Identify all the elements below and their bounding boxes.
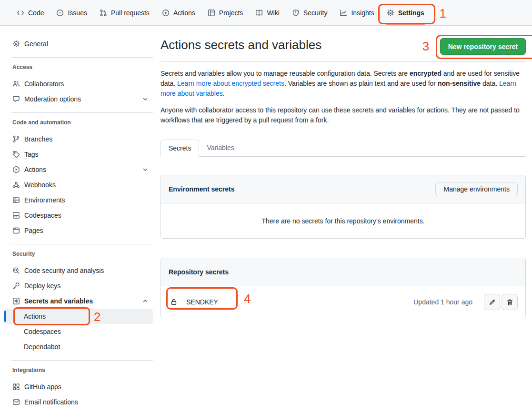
sidebar-subitem-actions[interactable]: Actions 2 — [4, 309, 153, 324]
chevron-down-icon — [141, 166, 149, 173]
sidebar-item-webhooks[interactable]: Webhooks — [4, 177, 153, 192]
sidebar-item-label: Environments — [24, 196, 65, 204]
repository-secrets-title: Repository secrets — [169, 268, 229, 276]
sidebar-item-label: Collaborators — [24, 80, 64, 88]
edit-secret-button[interactable] — [484, 294, 500, 310]
nav-tab-label: Issues — [68, 9, 87, 17]
desc-text: . Variables are shown as plain text and … — [284, 80, 438, 87]
page-title: Actions secrets and variables — [161, 37, 321, 52]
pencil-icon — [489, 299, 496, 306]
codescan-icon — [12, 267, 20, 274]
description-paragraph-1: Secrets and variables allow you to manag… — [161, 69, 526, 99]
play-icon — [12, 166, 20, 173]
sidebar-item-label: Actions — [24, 166, 46, 173]
key-icon — [12, 282, 20, 290]
page-header: Actions secrets and variables New reposi… — [161, 37, 526, 62]
browser-icon — [12, 227, 20, 234]
settings-layout: General Access Collaborators Moderation … — [0, 26, 532, 410]
sidebar-item-github-apps[interactable]: GitHub apps — [4, 379, 153, 394]
desc-bold-encrypted: encrypted — [410, 70, 442, 77]
sidebar-item-label: Actions — [24, 312, 46, 320]
secret-row-sendkey: SENDKEY Updated 1 hour ago 4 — [161, 286, 525, 318]
sidebar-item-label: General — [24, 40, 48, 48]
table-icon — [208, 9, 215, 17]
nav-tab-security[interactable]: Security — [288, 0, 332, 25]
sidebar-item-moderation-options[interactable]: Moderation options — [4, 91, 153, 107]
nav-tab-label: Security — [303, 9, 328, 17]
annotation-number-3: 3 — [422, 40, 429, 52]
chevron-up-icon — [141, 297, 149, 305]
nav-tab-label: Wiki — [267, 9, 279, 17]
sidebar-item-secrets-and-variables[interactable]: Secrets and variables — [4, 293, 153, 309]
sidebar-item-general[interactable]: General — [4, 36, 153, 51]
manage-environments-button[interactable]: Manage environments — [435, 182, 518, 196]
people-icon — [12, 80, 20, 88]
nav-tab-actions[interactable]: Actions — [158, 0, 200, 25]
nav-tab-label: Projects — [219, 9, 243, 17]
environment-secrets-header: Environment secrets Manage environments — [161, 175, 525, 203]
sidebar-item-collaborators[interactable]: Collaborators — [4, 76, 153, 91]
tab-secrets[interactable]: Secrets — [161, 140, 199, 157]
sidebar-item-label: Tags — [24, 151, 39, 158]
delete-secret-button[interactable] — [502, 294, 518, 310]
tab-variables[interactable]: Variables — [199, 140, 241, 156]
nav-tab-issues[interactable]: Issues — [52, 0, 91, 25]
desc-text: . — [223, 90, 225, 97]
issue-opened-icon — [56, 9, 64, 17]
sidebar-item-deploy-keys[interactable]: Deploy keys — [4, 278, 153, 293]
sidebar-item-label: Moderation options — [24, 95, 81, 103]
mail-icon — [12, 398, 20, 406]
nav-tab-wiki[interactable]: Wiki — [251, 0, 283, 25]
sidebar-divider — [11, 360, 153, 361]
desc-bold-non-sensitive: non-sensitive — [438, 80, 481, 87]
gear-icon — [12, 40, 20, 48]
nav-tab-code[interactable]: Code — [12, 0, 48, 25]
repo-nav: Code Issues Pull requests Actions Projec… — [0, 0, 532, 26]
sidebar-divider — [11, 112, 153, 113]
graph-icon — [340, 9, 347, 17]
secrets-variables-tabnav: Secrets Variables — [161, 140, 526, 157]
nav-tab-settings[interactable]: Settings 1 — [382, 0, 429, 25]
code-icon — [17, 9, 24, 17]
sidebar-item-branches[interactable]: Branches — [4, 131, 153, 147]
desc-text: Secrets and variables allow you to manag… — [161, 70, 410, 77]
sidebar-item-actions[interactable]: Actions — [4, 162, 153, 177]
sidebar-item-label: Webhooks — [24, 181, 56, 189]
sidebar-item-label: Pages — [24, 227, 43, 234]
sidebar-item-tags[interactable]: Tags — [4, 147, 153, 162]
sidebar-item-label: Email notifications — [24, 398, 78, 406]
server-icon — [12, 196, 20, 204]
nav-tab-label: Code — [28, 9, 44, 17]
link-learn-more-encrypted-secrets[interactable]: Learn more about encrypted secrets — [177, 80, 284, 87]
sidebar-item-label: Deploy keys — [24, 282, 60, 290]
sidebar-item-label: Branches — [24, 135, 52, 143]
annotation-number-4: 4 — [244, 292, 251, 305]
github-repo-settings-page: Code Issues Pull requests Actions Projec… — [0, 0, 532, 413]
sidebar-subitem-dependabot[interactable]: Dependabot — [4, 339, 153, 354]
git-branch-icon — [12, 135, 20, 143]
sidebar-subitem-codespaces[interactable]: Codespaces — [4, 324, 153, 339]
lock-icon — [170, 298, 178, 306]
sidebar-item-pages[interactable]: Pages — [4, 223, 153, 238]
shield-icon — [292, 9, 300, 17]
nav-tab-label: Pull requests — [111, 9, 150, 17]
sidebar-item-email-notifications[interactable]: Email notifications — [4, 394, 153, 410]
sidebar-section-security: Security — [4, 251, 153, 257]
nav-tab-insights[interactable]: Insights — [335, 0, 378, 25]
sidebar-item-codespaces[interactable]: Codespaces — [4, 208, 153, 223]
sidebar-section-access: Access — [4, 64, 153, 71]
repository-secrets-box: Repository secrets SENDKEY Updated 1 hou… — [161, 258, 526, 318]
annotation-number-2: 2 — [94, 311, 100, 323]
webhook-icon — [12, 181, 20, 189]
sidebar-item-label: Codespaces — [24, 212, 61, 219]
sidebar-item-environments[interactable]: Environments — [4, 192, 153, 208]
desc-text: data. — [481, 80, 499, 87]
key-asterisk-icon — [12, 297, 20, 305]
sidebar-item-label: GitHub apps — [24, 383, 61, 391]
git-pull-request-icon — [100, 9, 107, 17]
sidebar-item-code-security[interactable]: Code security and analysis — [4, 263, 153, 278]
new-repository-secret-button[interactable]: New repository secret — [440, 38, 526, 55]
nav-tab-pull-requests[interactable]: Pull requests — [95, 0, 154, 25]
sidebar-section-code-automation: Code and automation — [4, 119, 153, 126]
nav-tab-projects[interactable]: Projects — [203, 0, 248, 25]
